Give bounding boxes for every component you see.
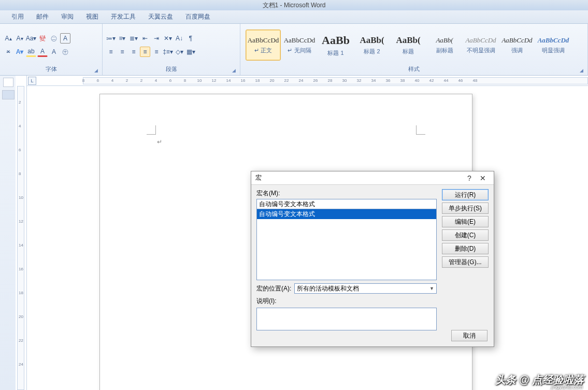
align-left-icon[interactable]: ≡ — [106, 47, 116, 57]
close-icon[interactable]: ✕ — [476, 174, 490, 182]
asian-layout-icon[interactable]: ✕▾ — [163, 33, 173, 44]
shading-icon[interactable]: ◇▾ — [174, 47, 184, 57]
macro-desc-label: 说明(I): — [256, 297, 437, 306]
tab-developer[interactable]: 开发工具 — [105, 12, 142, 21]
style-item[interactable]: AaBb(副标题 — [427, 30, 462, 61]
line-spacing-icon[interactable]: ‡≡▾ — [163, 47, 173, 57]
dialog-title: 宏 — [255, 174, 463, 182]
step-into-button[interactable]: 单步执行(S) — [442, 203, 489, 214]
macro-list-item[interactable]: 自动编号变文本格式 — [257, 209, 436, 219]
tab-mailings[interactable]: 邮件 — [30, 12, 55, 21]
ribbon: A▴ A▾ Aa▾ 變 ㊁ A × A▾ ab A A ㊉ 字体◢ — [0, 24, 588, 76]
styles-launcher-icon[interactable]: ◢ — [580, 68, 583, 73]
style-item[interactable]: AaBbCcDd↵ 正文 — [246, 30, 281, 61]
highlight-icon[interactable]: ab — [26, 47, 36, 57]
macros-dialog: 宏 ? ✕ 宏名(M): 自动编号变文本格式 宏的位置(A): 所有的活动模板和… — [251, 171, 494, 347]
font-launcher-icon[interactable]: ◢ — [94, 68, 98, 73]
navigation-pane — [0, 76, 17, 390]
tab-selector[interactable]: L — [28, 77, 36, 85]
organizer-button[interactable]: 管理器(G)... — [442, 256, 489, 268]
nav-search-input[interactable] — [3, 78, 13, 87]
delete-button[interactable]: 删除(D) — [442, 243, 489, 254]
style-item[interactable]: AaBb(标题 — [391, 30, 426, 61]
numbering-icon[interactable]: ≡▾ — [117, 33, 127, 44]
strikethrough-icon[interactable]: × — [3, 47, 13, 57]
macro-desc-input[interactable] — [256, 308, 437, 330]
tab-references[interactable]: 引用 — [5, 12, 30, 21]
macro-name-input[interactable] — [256, 199, 437, 209]
edit-button[interactable]: 编辑(E) — [442, 216, 489, 227]
run-button[interactable]: 运行(R) — [442, 189, 489, 200]
increase-indent-icon[interactable]: ⇥ — [151, 33, 162, 44]
tab-baidu[interactable]: 百度网盘 — [179, 12, 217, 21]
margin-corner — [147, 125, 156, 135]
help-icon[interactable]: ? — [463, 174, 476, 182]
font-color-icon[interactable]: A — [37, 47, 48, 57]
tab-review[interactable]: 审阅 — [55, 12, 80, 21]
group-styles-label: 样式 — [408, 66, 420, 72]
grow-font-icon[interactable]: A▴ — [3, 33, 13, 44]
tab-tianyi[interactable]: 天翼云盘 — [142, 12, 179, 21]
style-item[interactable]: AaBbCcDd明显强调 — [536, 30, 571, 61]
style-gallery: AaBbCcDd↵ 正文AaBbCcDd↵ 无间隔AaBb标题 1AaBb(标题… — [243, 30, 571, 61]
para-launcher-icon[interactable]: ◢ — [232, 68, 236, 73]
align-justify-icon[interactable]: ≡ — [140, 47, 150, 57]
style-item[interactable]: AaBb(标题 2 — [354, 30, 390, 61]
group-para-label: 段落 — [166, 66, 177, 72]
vertical-ruler[interactable]: 24681012141618202224 — [16, 76, 27, 390]
align-right-icon[interactable]: ≡ — [128, 47, 139, 57]
style-item[interactable]: AaBbCcDd强调 — [499, 30, 535, 61]
style-item[interactable]: AaBbCcDd不明显强调 — [463, 30, 498, 61]
char-shading-icon[interactable]: A — [49, 47, 59, 57]
create-button[interactable]: 创建(C) — [442, 229, 489, 241]
multilevel-icon[interactable]: ≣▾ — [128, 33, 139, 44]
nav-dropdown[interactable] — [2, 90, 15, 99]
macro-location-label: 宏的位置(A): — [256, 284, 291, 293]
style-item[interactable]: AaBbCcDd↵ 无间隔 — [282, 30, 317, 61]
enclose-circle-icon[interactable]: ㊉ — [60, 47, 70, 57]
phonetic-guide-icon[interactable]: 變 — [37, 33, 48, 44]
show-marks-icon[interactable]: ¶ — [185, 33, 196, 44]
margin-corner — [416, 125, 425, 135]
chevron-down-icon: ▼ — [429, 286, 434, 291]
tab-view[interactable]: 视图 — [80, 12, 105, 21]
paragraph-mark-icon: ↵ — [157, 138, 162, 146]
char-border-icon[interactable]: ㊁ — [49, 33, 59, 44]
cancel-button[interactable]: 取消 — [451, 330, 487, 341]
horizontal-ruler[interactable]: L 86422468101214161820222426283032343638… — [27, 76, 588, 86]
macro-list[interactable]: 自动编号变文本格式 — [256, 209, 437, 280]
decrease-indent-icon[interactable]: ⇤ — [140, 33, 150, 44]
text-effects-icon[interactable]: A▾ — [15, 47, 25, 57]
enclose-char-icon[interactable]: A — [60, 33, 70, 44]
ribbon-tabs: 引用 邮件 审阅 视图 开发工具 天翼云盘 百度网盘 — [0, 10, 588, 24]
macro-location-select[interactable]: 所有的活动模板和文档▼ — [294, 283, 437, 294]
shrink-font-icon[interactable]: A▾ — [15, 33, 25, 44]
group-font-label: 字体 — [46, 66, 57, 72]
align-center-icon[interactable]: ≡ — [117, 47, 127, 57]
macro-name-label: 宏名(M): — [256, 189, 437, 198]
borders-icon[interactable]: ▦▾ — [185, 47, 196, 57]
style-item[interactable]: AaBb标题 1 — [318, 30, 353, 61]
watermark-sub: jingyanla.com — [551, 384, 583, 390]
window-title: 文档1 - Microsoft Word — [0, 0, 588, 10]
bullets-icon[interactable]: ≔▾ — [106, 33, 116, 44]
align-distribute-icon[interactable]: ≡ — [151, 47, 162, 57]
change-case-icon[interactable]: Aa▾ — [26, 33, 36, 44]
sort-icon[interactable]: A↓ — [174, 33, 184, 44]
